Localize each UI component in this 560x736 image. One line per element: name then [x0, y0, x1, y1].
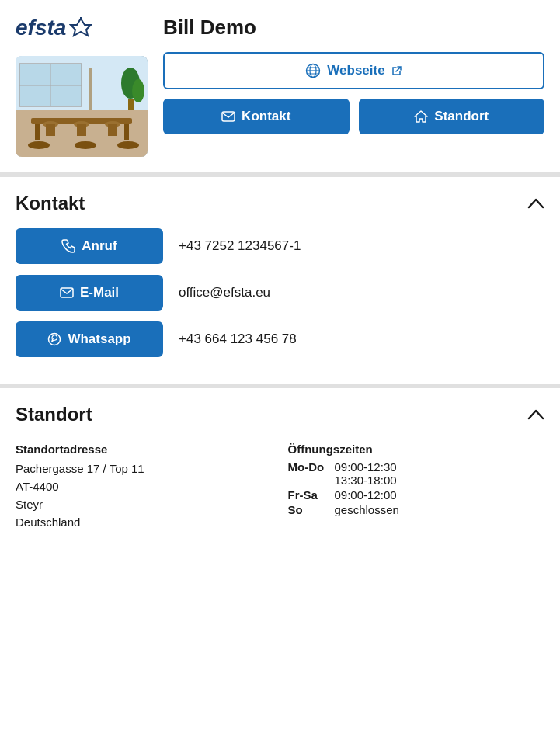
svg-marker-0: [71, 19, 91, 36]
email-row: E-Mail office@efsta.eu: [16, 275, 544, 311]
svg-marker-29: [415, 111, 427, 122]
email-icon: [60, 287, 74, 298]
page: efsta: [0, 0, 560, 736]
day-frsa: Fr-Sa: [288, 488, 327, 502]
home-icon: [414, 109, 428, 123]
time-frsa: 09:00-12:00: [335, 488, 397, 502]
address-line-3: Steyr: [16, 496, 273, 512]
svg-rect-12: [35, 124, 40, 140]
header-section: efsta: [0, 0, 560, 172]
svg-rect-28: [222, 112, 235, 121]
svg-rect-7: [89, 68, 92, 110]
kontakt-collapse-icon[interactable]: [527, 193, 544, 214]
svg-rect-17: [77, 124, 86, 136]
address-line-1: Pachergasse 17 / Top 11: [16, 460, 273, 477]
hours-label: Öffnungszeiten: [288, 439, 545, 459]
svg-rect-10: [128, 99, 134, 110]
standort-button[interactable]: Standort: [359, 99, 545, 134]
standort-content: Standortadresse Pachergasse 17 / Top 11 …: [16, 439, 544, 530]
logo-text: efsta: [16, 16, 66, 40]
hours-row-frsa: Fr-Sa 09:00-12:00: [288, 488, 545, 502]
svg-point-20: [28, 141, 50, 149]
svg-point-21: [75, 141, 96, 149]
time-so: geschlossen: [335, 503, 399, 516]
email-button[interactable]: E-Mail: [16, 275, 163, 311]
anruf-button[interactable]: Anruf: [16, 228, 163, 264]
chevron-up-icon: [527, 198, 544, 209]
website-button[interactable]: Webseite: [163, 52, 544, 89]
whatsapp-row: Whatsapp +43 664 123 456 78: [16, 321, 544, 357]
time-modo-2: 13:30-18:00: [335, 474, 397, 487]
external-link-icon: [391, 65, 402, 76]
standort-section: Standort Standortadresse Pachergasse 17 …: [0, 388, 560, 546]
day-modo: Mo-Do: [288, 460, 327, 487]
logo-icon: [69, 17, 92, 39]
email-value: office@efsta.eu: [179, 285, 270, 300]
location-image-svg: [16, 56, 148, 157]
whatsapp-value: +43 664 123 456 78: [179, 332, 297, 347]
standort-chevron-up-icon: [527, 409, 544, 420]
kontakt-title: Kontakt: [16, 193, 85, 214]
svg-point-22: [117, 141, 139, 149]
day-so: So: [288, 503, 327, 516]
globe-icon: [305, 63, 321, 78]
svg-rect-30: [61, 288, 73, 297]
header-right: Bill Demo Webseite: [163, 16, 544, 134]
efsta-logo: efsta: [16, 16, 148, 40]
phone-icon: [61, 239, 75, 253]
svg-rect-19: [108, 124, 117, 136]
hours-row-modo: Mo-Do 09:00-12:30 13:30-18:00: [288, 460, 545, 487]
svg-rect-13: [124, 124, 129, 140]
time-modo-1: 09:00-12:30: [335, 460, 397, 474]
whatsapp-icon: [47, 332, 61, 346]
hours-row-so: So geschlossen: [288, 503, 545, 516]
kontakt-header: Kontakt: [16, 193, 544, 214]
company-name: Bill Demo: [163, 16, 544, 40]
svg-rect-15: [46, 124, 55, 136]
kontakt-button[interactable]: Kontakt: [163, 99, 350, 134]
kontakt-section: Kontakt Anruf +43 7252 1234567-1: [0, 177, 560, 384]
location-image: [16, 56, 148, 157]
hours-column: Öffnungszeiten Mo-Do 09:00-12:30 13:30-1…: [288, 439, 545, 530]
address-line-2: AT-4400: [16, 478, 273, 495]
standort-collapse-icon[interactable]: [527, 404, 544, 425]
address-label: Standortadresse: [16, 439, 273, 459]
standort-header: Standort: [16, 404, 544, 425]
whatsapp-button[interactable]: Whatsapp: [16, 321, 163, 357]
address-line-4: Deutschland: [16, 514, 273, 530]
anruf-row: Anruf +43 7252 1234567-1: [16, 228, 544, 264]
anruf-value: +43 7252 1234567-1: [179, 238, 301, 254]
standort-title: Standort: [16, 404, 92, 425]
time-modo: 09:00-12:30 13:30-18:00: [335, 460, 397, 487]
action-buttons: Kontakt Standort: [163, 99, 544, 134]
envelope-icon: [221, 111, 235, 122]
address-column: Standortadresse Pachergasse 17 / Top 11 …: [16, 439, 273, 530]
